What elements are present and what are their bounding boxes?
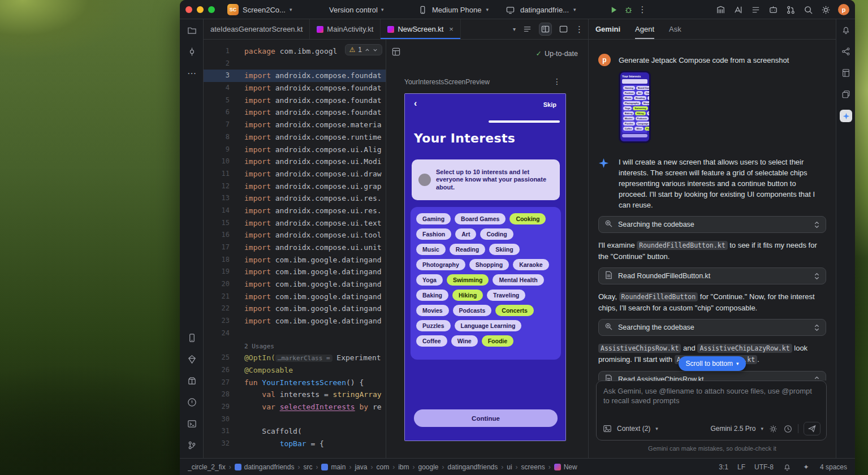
device-selector[interactable]: Medium Phone xyxy=(432,6,481,14)
prev-problem-icon[interactable] xyxy=(365,48,370,53)
project-selector[interactable]: Screen2Co... xyxy=(243,6,286,14)
split-view-icon[interactable] xyxy=(539,23,552,36)
code-line[interactable]: 7import androidx.compose.materia xyxy=(204,119,386,131)
line-number[interactable]: 23 xyxy=(204,315,237,327)
todo-list-icon[interactable] xyxy=(750,5,761,15)
breadcrumb-item[interactable]: com xyxy=(376,463,389,471)
expand-collapse-icon[interactable] xyxy=(814,376,820,381)
tool-call-chip[interactable]: Read AssistiveChipsRow.kt xyxy=(598,371,826,381)
profiler-bug-icon[interactable] xyxy=(624,5,634,15)
line-number[interactable]: 30 xyxy=(204,413,237,426)
device-explorer-icon[interactable] xyxy=(836,41,856,62)
code-line[interactable]: 17import androidx.compose.ui.unit xyxy=(204,241,386,254)
code-line[interactable]: 22import com.ibm.google.datingand xyxy=(204,303,386,315)
code-line[interactable]: 6import androidx.compose.foundat xyxy=(204,106,386,119)
editor-tab[interactable]: ateIdeasGeneratorScreen.kt xyxy=(204,19,310,39)
gemini-tab-gemini[interactable]: Gemini xyxy=(595,19,620,39)
code-line[interactable]: 11import androidx.compose.ui.draw xyxy=(204,168,386,180)
code-line[interactable]: 8import androidx.compose.runtime xyxy=(204,131,386,144)
code-line[interactable]: 10import androidx.compose.ui.Modi xyxy=(204,156,386,168)
project-folder-icon[interactable] xyxy=(180,19,204,41)
code-line[interactable]: 20import com.ibm.google.datingand xyxy=(204,278,386,291)
usages-hint[interactable]: 2 Usages xyxy=(244,343,274,350)
code-line[interactable]: 16import androidx.compose.ui.tool xyxy=(204,229,386,241)
line-number[interactable]: 24 xyxy=(204,327,237,340)
code-line[interactable]: 9import androidx.compose.ui.Alig xyxy=(204,144,386,156)
breadcrumb-item[interactable]: ibm xyxy=(398,463,409,471)
expand-collapse-icon[interactable] xyxy=(814,324,820,331)
design-view-icon[interactable] xyxy=(558,23,569,35)
problems-icon[interactable] xyxy=(180,391,204,413)
line-number[interactable]: 10 xyxy=(204,156,237,168)
ai-spark-icon[interactable]: ✦ xyxy=(801,462,811,472)
vcs-widget[interactable]: Version control xyxy=(329,6,378,14)
next-problem-icon[interactable] xyxy=(373,48,378,53)
line-number[interactable]: 18 xyxy=(204,254,237,266)
code-editor[interactable]: 1package com.ibm.googl23import androidx.… xyxy=(204,40,386,458)
running-devices-icon[interactable] xyxy=(180,327,204,348)
code-line[interactable]: 30 xyxy=(204,413,386,426)
line-number[interactable]: 22 xyxy=(204,303,237,315)
code-line[interactable]: 29 var selectedInterests by re xyxy=(204,401,386,413)
file-encoding[interactable]: UTF-8 xyxy=(754,463,774,471)
line-number[interactable]: 11 xyxy=(204,168,237,180)
line-number[interactable]: 5 xyxy=(204,94,237,107)
version-control-branch-icon[interactable] xyxy=(180,434,204,456)
code-line[interactable]: 26@Composable xyxy=(204,364,386,377)
line-number[interactable]: 28 xyxy=(204,388,237,401)
code-line[interactable]: 2 Usages xyxy=(204,340,386,352)
code-line[interactable]: 31 Scaffold( xyxy=(204,425,386,438)
line-number[interactable]: 6 xyxy=(204,106,237,119)
status-bell-icon[interactable] xyxy=(783,462,792,472)
preview-layout-icon[interactable] xyxy=(392,48,400,58)
layout-inspector-icon[interactable] xyxy=(836,62,856,84)
history-icon[interactable] xyxy=(783,424,793,434)
scroll-to-bottom-button[interactable]: Scroll to bottom▾ xyxy=(679,356,746,371)
close-window-icon[interactable] xyxy=(185,6,192,13)
preview-options-icon[interactable]: ⋮ xyxy=(553,77,561,86)
run-button[interactable] xyxy=(609,5,619,15)
code-line[interactable]: 23import com.ibm.google.datingand xyxy=(204,315,386,327)
minimize-window-icon[interactable] xyxy=(197,6,204,13)
ai-assistant-icon[interactable] xyxy=(768,5,778,15)
breadcrumb-item[interactable]: google xyxy=(418,463,438,471)
resource-manager-icon[interactable] xyxy=(836,84,856,105)
more-actions-icon[interactable]: ⋮ xyxy=(638,5,647,15)
line-number[interactable]: 2 xyxy=(204,58,237,70)
code-line[interactable]: 3import androidx.compose.foundat xyxy=(204,70,386,82)
tool-call-chip[interactable]: Read RoundedFilledButton.kt xyxy=(598,267,826,284)
line-number[interactable]: 13 xyxy=(204,192,237,205)
code-line[interactable]: 15import androidx.compose.ui.text xyxy=(204,217,386,230)
preview-sync-status[interactable]: ✓Up-to-date xyxy=(536,49,578,58)
line-separator[interactable]: LF xyxy=(737,463,745,471)
line-number[interactable]: 3 xyxy=(204,70,237,82)
indent-setting[interactable]: 4 spaces xyxy=(820,463,847,471)
line-number[interactable]: 7 xyxy=(204,119,237,131)
inspections-widget[interactable]: ⚠ 1 xyxy=(345,44,382,55)
code-line[interactable]: 25@OptIn(…markerClass = Experiment xyxy=(204,352,386,364)
line-number[interactable]: 15 xyxy=(204,217,237,230)
line-number[interactable]: 14 xyxy=(204,205,237,217)
run-configuration-selector[interactable]: datingandfrie... xyxy=(520,6,569,14)
editor-tab[interactable]: MainActivity.kt xyxy=(310,19,381,39)
line-number[interactable]: 1 xyxy=(204,45,237,58)
pull-request-icon[interactable] xyxy=(785,5,796,15)
device-manager-icon[interactable] xyxy=(715,5,726,15)
breadcrumb-item[interactable]: New xyxy=(554,463,577,471)
gemini-settings-icon[interactable] xyxy=(768,424,778,434)
breadcrumb-item[interactable]: java xyxy=(355,463,367,471)
line-number[interactable]: 29 xyxy=(204,401,237,413)
chat-screenshot-thumbnail[interactable]: Your InterestsGamingBoard GamesCookingFa… xyxy=(619,71,651,143)
line-number[interactable]: 16 xyxy=(204,229,237,241)
editor-tab[interactable]: NewScreen.kt× xyxy=(381,19,461,39)
code-line[interactable]: 19import com.ibm.google.datingand xyxy=(204,266,386,278)
breadcrumb-item[interactable]: datingandfriends xyxy=(448,463,498,471)
breadcrumb-item[interactable]: ui xyxy=(507,463,512,471)
code-line[interactable]: 28 val interests = stringArray xyxy=(204,388,386,401)
line-number[interactable]: 21 xyxy=(204,291,237,303)
gemini-prompt-input[interactable] xyxy=(597,381,826,414)
translate-tool-icon[interactable] xyxy=(733,5,743,15)
line-number[interactable]: 32 xyxy=(204,438,237,450)
expand-collapse-icon[interactable] xyxy=(814,273,820,280)
line-number[interactable]: 27 xyxy=(204,377,237,389)
